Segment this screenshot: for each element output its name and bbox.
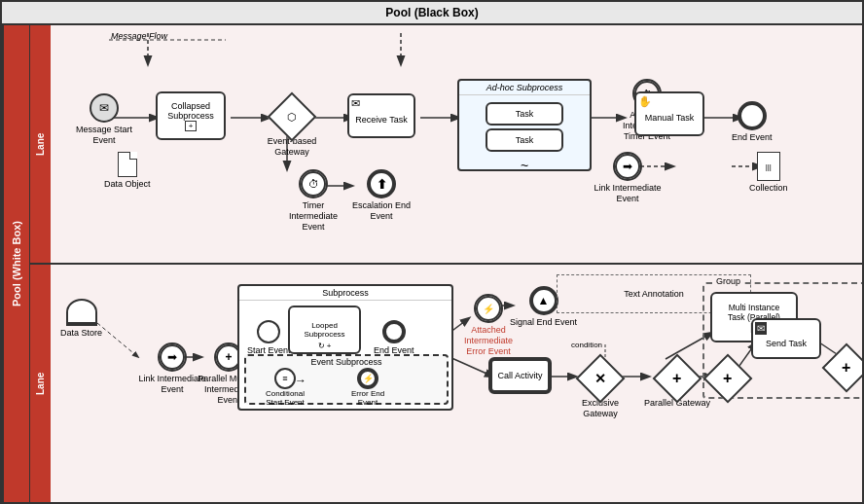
bottom-pool: Lane [29, 265, 862, 502]
adhoc-subprocess[interactable]: Ad-hoc Subprocess Task Task ~ [457, 79, 592, 171]
subprocess-end-event[interactable]: End Event [374, 320, 414, 356]
message-flow-label: Message Flow [111, 31, 167, 41]
top-connectors [51, 25, 862, 263]
top-lane-content: Message Flow ✉ Message Start Event Data … [51, 25, 862, 263]
error-end-event[interactable]: ⚡ Error End Event [343, 368, 392, 407]
send-task[interactable]: ✉ Send Task [751, 318, 821, 359]
condition-label: condition [571, 341, 602, 349]
exclusive-gateway[interactable]: ✕ Exclusive Gateway [566, 361, 634, 419]
pool-title-bar: Pool (Black Box) [2, 2, 862, 25]
call-activity[interactable]: Call Activity [488, 357, 552, 394]
pool-vertical-label: Pool (White Box) [2, 25, 29, 502]
top-pool: Lane [29, 25, 862, 265]
bottom-lane-content: Data Store ➡ Link Intermediate Event + P… [51, 265, 862, 502]
subprocess-start-event[interactable]: Start Event [247, 320, 291, 356]
svg-line-20 [450, 357, 493, 377]
outer-pool: Pool (Black Box) Pool (White Box) Lane [0, 0, 864, 504]
top-lane-label: Lane [29, 25, 51, 263]
subprocess-container: Subprocess Start Event LoopedSubprocess … [237, 284, 453, 411]
event-subprocess: Event Subprocess ≡ Conditional Start Eve… [244, 354, 449, 405]
manual-task[interactable]: ✋ Manual Task [634, 91, 704, 136]
timer-intermediate-event[interactable]: ⏱ Timer Intermediate Event [279, 169, 347, 232]
plus-gateway-1[interactable]: + [710, 361, 745, 396]
collection[interactable]: ||| Collection [749, 152, 788, 194]
data-store[interactable]: Data Store [60, 299, 102, 339]
end-event-top[interactable]: End Event [732, 101, 773, 143]
pool-title: Pool (Black Box) [385, 6, 478, 19]
parallel-gateway[interactable]: + Parallel Gateway [644, 361, 710, 409]
data-object[interactable]: Data Object [104, 152, 151, 190]
link-intermediate-top[interactable]: ➡ Link Intermediate Event [594, 152, 662, 204]
event-based-gateway[interactable]: ⬡ Event-based Gateway [263, 99, 321, 158]
message-start-event[interactable]: ✉ Message Start Event [70, 93, 138, 146]
collapsed-subprocess[interactable]: CollapsedSubprocess + [156, 91, 226, 140]
looped-subprocess[interactable]: LoopedSubprocess ↻ + [288, 306, 361, 354]
escalation-end-event[interactable]: ⬆ Escalation End Event [347, 169, 415, 222]
adhoc-task2[interactable]: Task [486, 128, 563, 152]
svg-line-13 [97, 323, 138, 357]
adhoc-task1[interactable]: Task [486, 102, 563, 126]
plus-gateway-2[interactable]: + [829, 350, 862, 385]
bottom-lane-label: Lane [29, 265, 51, 502]
receive-task[interactable]: ✉ Receive Task [347, 93, 415, 138]
